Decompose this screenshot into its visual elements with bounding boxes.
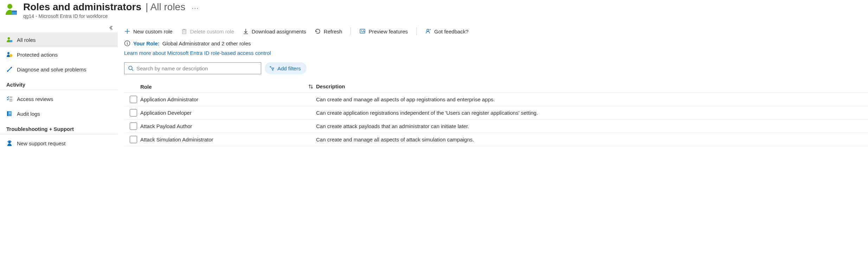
wrench-icon <box>6 66 13 72</box>
collapse-sidebar-icon[interactable] <box>108 25 114 31</box>
row-checkbox[interactable] <box>130 136 137 143</box>
role-description: Can create application registrations ind… <box>316 110 868 116</box>
table-row[interactable]: Attack Simulation Administrator Can crea… <box>124 133 868 146</box>
table-row[interactable]: Application Administrator Can create and… <box>124 93 868 106</box>
command-bar: New custom role Delete custom role Downl… <box>124 25 868 39</box>
sidebar-item-audit-logs[interactable]: Audit logs <box>0 106 118 121</box>
sidebar-item-label: Protected actions <box>17 52 58 58</box>
svg-rect-2 <box>12 11 17 12</box>
svg-point-0 <box>7 4 12 9</box>
sidebar: All roles Protected actions Diagnose and… <box>0 22 118 151</box>
refresh-button[interactable]: Refresh <box>315 28 342 34</box>
filter-row: Add filters <box>124 62 868 74</box>
preview-features-button[interactable]: Preview features <box>359 28 408 34</box>
svg-point-27 <box>361 31 362 32</box>
toolbar-separator <box>416 27 417 35</box>
sidebar-section-troubleshooting: Troubleshooting + Support <box>0 121 118 134</box>
toolbar-separator <box>351 27 351 35</box>
role-name[interactable]: Attack Simulation Administrator <box>140 137 306 143</box>
learn-more-link[interactable]: Learn more about Microsoft Entra ID role… <box>124 49 271 62</box>
filter-icon <box>269 65 275 71</box>
column-description-header[interactable]: Description <box>316 83 868 90</box>
svg-rect-4 <box>10 40 12 42</box>
page-title-suffix: | All roles <box>146 1 185 13</box>
svg-point-8 <box>11 67 12 68</box>
role-name[interactable]: Application Administrator <box>140 96 306 102</box>
search-input[interactable] <box>124 62 261 74</box>
sidebar-item-label: Diagnose and solve problems <box>17 67 86 72</box>
svg-point-5 <box>7 52 9 54</box>
role-description: Can create and manage all aspects of app… <box>316 96 868 102</box>
support-person-icon <box>6 140 13 146</box>
got-feedback-button[interactable]: Got feedback? <box>425 28 469 34</box>
column-role-header[interactable]: Role <box>140 83 306 90</box>
svg-point-30 <box>127 42 128 43</box>
plus-icon <box>124 28 130 34</box>
info-icon <box>124 40 130 46</box>
feedback-icon <box>425 28 431 34</box>
preview-icon <box>359 28 366 34</box>
svg-point-16 <box>8 141 11 144</box>
table-header: Role Description <box>124 81 868 93</box>
role-name[interactable]: Attack Payload Author <box>140 123 306 129</box>
your-role-info: Your Role: Global Administrator and 2 ot… <box>124 39 868 49</box>
breadcrumb: qg14 - Microsoft Entra ID for workforce <box>23 13 199 19</box>
role-description: Can create attack payloads that an admin… <box>316 123 868 129</box>
more-actions-button[interactable]: ··· <box>192 5 199 12</box>
row-checkbox[interactable] <box>130 122 137 130</box>
sort-button[interactable] <box>306 83 316 90</box>
svg-line-33 <box>132 69 133 71</box>
svg-point-32 <box>129 66 132 70</box>
page-header: Roles and administrators | All roles ···… <box>0 0 868 22</box>
sort-icon <box>308 83 314 90</box>
sidebar-item-diagnose[interactable]: Diagnose and solve problems <box>0 62 118 77</box>
row-checkbox[interactable] <box>130 96 137 103</box>
sidebar-item-new-support-request[interactable]: New support request <box>0 136 118 151</box>
table-row[interactable]: Attack Payload Author Can create attack … <box>124 120 868 133</box>
delete-custom-role-button: Delete custom role <box>181 28 234 34</box>
search-icon <box>128 65 134 71</box>
svg-point-28 <box>427 29 429 31</box>
your-role-value: Global Administrator and 2 other roles <box>162 40 251 46</box>
svg-rect-19 <box>182 30 186 34</box>
svg-point-6 <box>9 54 12 57</box>
sidebar-item-label: Audit logs <box>17 111 40 117</box>
page-title: Roles and administrators <box>23 1 141 13</box>
sidebar-item-access-reviews[interactable]: Access reviews <box>0 91 118 106</box>
add-filters-button[interactable]: Add filters <box>265 62 307 74</box>
new-custom-role-button[interactable]: New custom role <box>124 28 173 34</box>
table-row[interactable]: Application Developer Can create applica… <box>124 106 868 120</box>
svg-point-3 <box>8 37 10 39</box>
role-name[interactable]: Application Developer <box>140 110 306 116</box>
sidebar-item-protected-actions[interactable]: Protected actions <box>0 47 118 62</box>
svg-point-7 <box>7 70 8 72</box>
your-role-label: Your Role: <box>133 40 160 46</box>
refresh-icon <box>315 28 321 34</box>
person-icon <box>6 37 13 43</box>
book-icon <box>6 110 13 117</box>
trash-icon <box>181 28 187 34</box>
sidebar-item-label: All roles <box>17 37 36 43</box>
download-assignments-button[interactable]: Download assignments <box>243 28 306 34</box>
search-field[interactable] <box>136 65 257 71</box>
sidebar-section-activity: Activity <box>0 77 118 90</box>
sidebar-item-all-roles[interactable]: All roles <box>0 32 118 47</box>
download-icon <box>243 28 249 34</box>
sidebar-item-label: Access reviews <box>17 96 53 102</box>
checklist-icon <box>6 96 13 102</box>
main-content: New custom role Delete custom role Downl… <box>118 22 868 151</box>
role-description: Can create and manage all aspects of att… <box>316 137 868 143</box>
row-checkbox[interactable] <box>130 109 137 116</box>
shield-person-icon <box>6 51 13 58</box>
roles-admins-icon <box>4 3 18 17</box>
sidebar-item-label: New support request <box>17 140 65 146</box>
roles-table: Role Description Application Ad <box>124 81 868 146</box>
